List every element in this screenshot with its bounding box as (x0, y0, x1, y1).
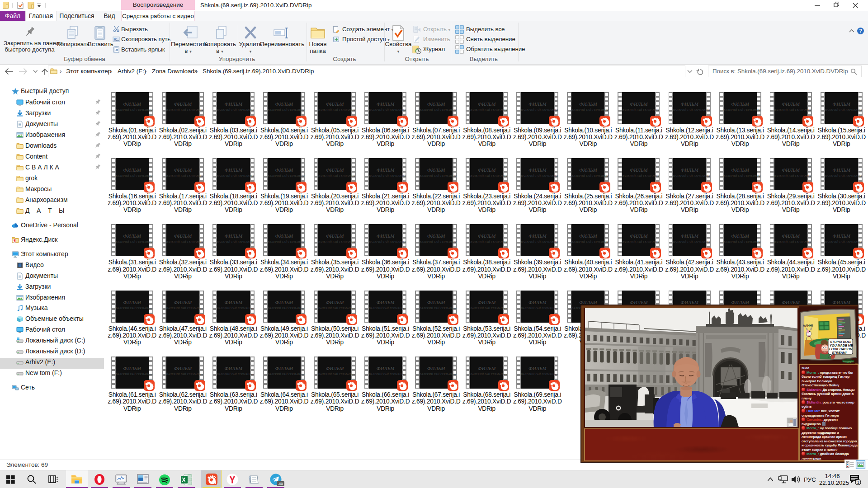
svg-text:1: 1 (857, 480, 859, 485)
svg-text:AAHH!: AAHH! (803, 324, 813, 327)
svg-text:STREAM!: STREAM! (832, 351, 847, 355)
svg-text:W: W (113, 38, 117, 42)
svg-text:Autographo: Autographo (843, 361, 854, 363)
